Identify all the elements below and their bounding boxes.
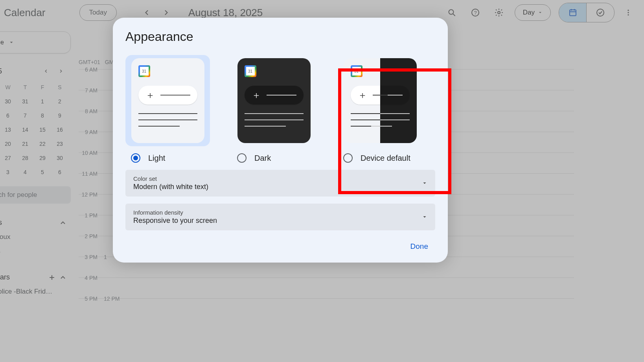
theme-option-dark[interactable]: ＋ Dark [232,55,316,163]
theme-label-dark: Dark [254,154,271,163]
theme-preview-light: ＋ [131,58,204,143]
theme-option-light[interactable]: ＋ Light [125,55,210,163]
done-button[interactable]: Done [410,242,428,251]
chevron-down-icon [422,180,427,186]
color-set-dropdown[interactable]: Color set Modern (with white text) [125,170,435,197]
density-label: Information density [133,209,217,216]
modal-title: Appearance [125,29,448,44]
theme-preview-dark: ＋ [237,58,311,143]
radio-device[interactable] [343,153,353,163]
calendar-logo-icon [245,65,256,77]
color-set-value: Modern (with white text) [133,183,208,191]
radio-dark[interactable] [237,153,247,163]
chevron-down-icon [422,214,427,220]
density-dropdown[interactable]: Information density Responsive to your s… [125,204,435,230]
theme-option-device[interactable]: ＋ Device default [338,55,422,163]
appearance-modal: Appearance ＋ Light ＋ [113,18,448,263]
calendar-logo-icon [138,65,150,77]
color-set-label: Color set [133,175,208,182]
theme-label-light: Light [148,154,165,163]
theme-label-device: Device default [361,154,410,163]
radio-light[interactable] [131,153,140,163]
theme-preview-device: ＋ [344,58,417,143]
density-value: Responsive to your screen [133,217,217,225]
calendar-logo-icon [351,65,362,77]
